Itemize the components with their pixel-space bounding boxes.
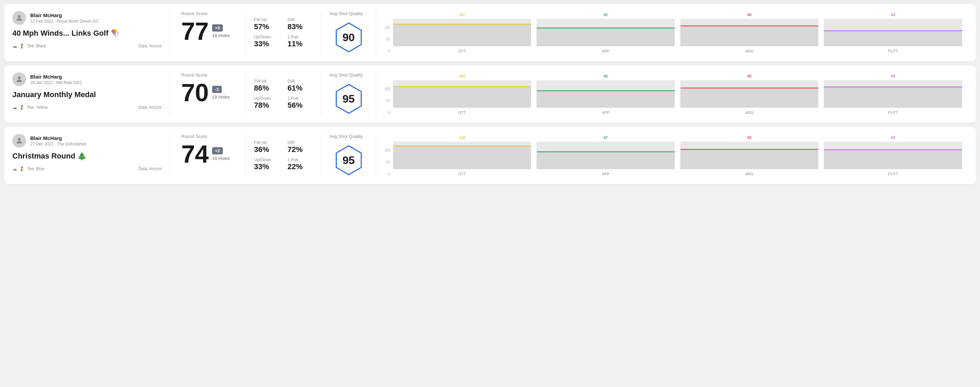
tee-info: ☁ 🏌 Tee: Black	[12, 43, 46, 49]
bar-marker-putt	[824, 149, 962, 150]
round-score-section: Round Score 74 +2 18 Holes	[170, 134, 246, 178]
score-badge-group: +2 18 Holes	[212, 147, 230, 161]
stats-section: FW Hit 86% GIR 61% Up/Down 78% 1 Putt 56…	[246, 72, 321, 116]
gir-stat: GIR 72%	[288, 140, 313, 154]
stats-grid: FW Hit 86% GIR 61% Up/Down 78% 1 Putt 56…	[254, 79, 313, 110]
round-left-section: Blair McHarg 27 Dec 2021 · The Oxfordshi…	[12, 134, 170, 178]
chart-section: 100 50 0 107 OTT 95 APP	[376, 11, 968, 54]
round-score-label: Round Score	[181, 11, 234, 16]
quality-section: Avg Shot Quality 95	[321, 72, 376, 116]
bar-bg-app	[536, 19, 675, 46]
user-details: Blair McHarg 27 Dec 2021 · The Oxfordshi…	[30, 135, 86, 146]
bar-marker-arg	[680, 25, 819, 26]
tee-row: ☁ 🏌 Tee: Black Data: Arccos	[12, 43, 162, 49]
fw-hit-label: FW Hit	[254, 79, 279, 84]
bar-group-putt: 93 PUTT	[824, 135, 962, 176]
bar-group-putt: 99 PUTT	[824, 74, 962, 114]
cloud-icon: ☁	[12, 105, 17, 110]
oneputt-stat: 1 Putt 11%	[288, 35, 313, 48]
score-diff-badge: +5	[212, 24, 223, 32]
gir-label: GIR	[288, 140, 313, 145]
bar-group-putt: 82 PUTT	[824, 13, 962, 53]
bag-icon: 🏌	[19, 105, 25, 110]
quality-score: 90	[342, 31, 355, 44]
tee-info: ☁ 🏌 Tee: Blue	[12, 166, 44, 171]
bar-bg-ott	[393, 19, 531, 46]
user-info: Blair McHarg 29 Jan 2022 · Mill Ride GCC	[12, 72, 162, 86]
updown-label: Up/Down	[254, 157, 279, 162]
bar-fill-app	[536, 91, 675, 108]
quality-label: Avg Shot Quality	[329, 11, 363, 16]
gir-label: GIR	[288, 17, 313, 22]
stats-section: FW Hit 57% GIR 83% Up/Down 33% 1 Putt 11…	[246, 11, 321, 54]
bag-icon: 🏌	[19, 166, 25, 171]
fw-hit-value: 86%	[254, 84, 279, 93]
bar-fill-app	[536, 152, 675, 169]
user-date: 12 Feb 2022 · Royal North Devon GC	[30, 19, 99, 24]
round-title: January Monthly Medal	[12, 90, 162, 99]
round-card: Blair McHarg 27 Dec 2021 · The Oxfordshi…	[4, 127, 976, 184]
big-score: 70	[181, 80, 209, 105]
bar-bg-arg	[680, 142, 819, 169]
tee-label: Tee: Black	[27, 44, 46, 48]
fw-hit-stat: FW Hit 86%	[254, 79, 279, 93]
bar-group-ott: 110 OTT	[393, 135, 531, 176]
tee-row: ☁ 🏌 Tee: Blue Data: Arccos	[12, 166, 162, 171]
bar-marker-putt	[824, 86, 962, 87]
avatar	[12, 72, 26, 86]
bar-fill-arg	[680, 150, 819, 169]
user-date: 27 Dec 2021 · The Oxfordshire	[30, 142, 86, 146]
bar-group-ott: 101 OTT	[393, 74, 531, 114]
bar-label-putt: PUTT	[888, 111, 898, 114]
cloud-icon: ☁	[12, 43, 17, 49]
bar-label-putt: PUTT	[888, 49, 898, 53]
cloud-icon: ☁	[12, 166, 17, 171]
bar-bg-app	[536, 80, 675, 108]
bar-bg-app	[536, 142, 675, 169]
updown-stat: Up/Down 78%	[254, 96, 279, 110]
holes-label: 18 Holes	[212, 33, 230, 38]
bar-label-arg: ARG	[745, 172, 753, 176]
bar-value-app: 86	[603, 74, 608, 78]
round-score-section: Round Score 77 +5 18 Holes	[170, 11, 246, 54]
oneputt-label: 1 Putt	[288, 35, 313, 40]
fw-hit-stat: FW Hit 36%	[254, 140, 279, 154]
bar-value-app: 87	[603, 135, 608, 140]
updown-stat: Up/Down 33%	[254, 35, 279, 48]
oneputt-value: 11%	[288, 40, 313, 48]
oneputt-value: 22%	[288, 162, 313, 171]
quality-section: Avg Shot Quality 90	[321, 11, 376, 54]
bar-marker-ott	[393, 146, 531, 146]
bar-label-ott: OTT	[458, 49, 466, 53]
svg-point-0	[18, 15, 21, 18]
bar-fill-app	[536, 29, 675, 46]
bar-fill-ott	[393, 87, 531, 108]
bar-label-ott: OTT	[458, 172, 466, 176]
round-left-section: Blair McHarg 12 Feb 2022 · Royal North D…	[12, 11, 170, 54]
round-score-label: Round Score	[181, 72, 234, 78]
bag-icon: 🏌	[19, 43, 25, 49]
user-name: Blair McHarg	[30, 12, 99, 18]
bar-marker-arg	[680, 149, 819, 150]
updown-stat: Up/Down 33%	[254, 157, 279, 171]
fw-hit-stat: FW Hit 57%	[254, 17, 279, 31]
bar-bg-putt	[824, 142, 962, 169]
bar-marker-ott	[393, 86, 531, 87]
fw-hit-value: 57%	[254, 22, 279, 31]
bar-label-app: APP	[602, 172, 609, 176]
big-score: 77	[181, 19, 209, 44]
oneputt-stat: 1 Putt 56%	[288, 96, 313, 110]
oneputt-stat: 1 Putt 22%	[288, 157, 313, 171]
bar-marker-app	[536, 151, 675, 152]
stats-grid: FW Hit 57% GIR 83% Up/Down 33% 1 Putt 11…	[254, 17, 313, 48]
stats-section: FW Hit 36% GIR 72% Up/Down 33% 1 Putt 22…	[246, 134, 321, 178]
updown-label: Up/Down	[254, 35, 279, 40]
round-title: 40 Mph Winds... Links Golf 🪁	[12, 29, 162, 38]
oneputt-value: 56%	[288, 101, 313, 110]
bar-label-app: APP	[602, 49, 609, 53]
tee-label: Tee: Blue	[27, 167, 44, 171]
gir-stat: GIR 61%	[288, 79, 313, 93]
gir-value: 72%	[288, 145, 313, 154]
score-badge-group: +5 18 Holes	[212, 24, 230, 38]
updown-label: Up/Down	[254, 96, 279, 101]
